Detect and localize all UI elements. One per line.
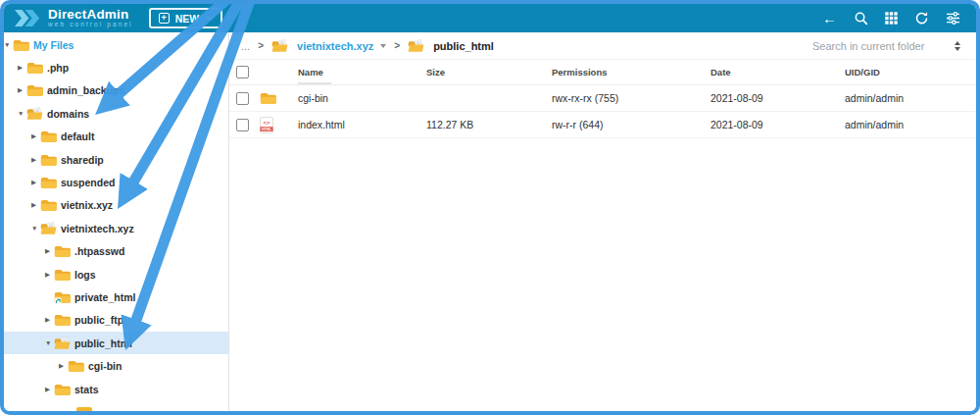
table-row-index.html[interactable]: <>HTMLindex.html112.27 KBrw-r-r (644)202…	[229, 112, 976, 138]
row-checkbox[interactable]	[236, 92, 249, 105]
new-button[interactable]: + NEW	[149, 8, 223, 28]
tree-item-label: public_html	[74, 337, 132, 349]
tree-item-logs[interactable]: ▶logs	[4, 263, 228, 285]
tree-item-stats[interactable]: ▶stats	[4, 378, 228, 400]
folder-icon	[54, 268, 71, 282]
new-button-label: NEW	[175, 13, 200, 25]
expander-closed-icon[interactable]: ▶	[45, 247, 54, 255]
cell-permissions: rwx-rx-rx (755)	[552, 92, 710, 104]
html-file-icon: <>HTML	[260, 117, 298, 133]
folder-open-icon	[40, 222, 57, 235]
file-tree: ▼My Files▶.php▶admin_backups▼domains▶def…	[4, 33, 228, 400]
expander-closed-icon[interactable]: ▶	[31, 132, 40, 140]
main-panel: ... > vietnixtech.xyz > public_html	[229, 32, 976, 411]
folder-icon	[54, 383, 71, 396]
tree-item-admin_backups[interactable]: ▶admin_backups	[4, 79, 228, 102]
search-icon[interactable]	[854, 11, 868, 26]
table-row-cgi-bin[interactable]: cgi-binrwx-rx-rx (755)2021-08-09admin/ad…	[229, 85, 976, 112]
tree-item-sharedip[interactable]: ▶sharedip	[4, 148, 228, 171]
breadcrumb-item-public_html[interactable]: public_html	[408, 39, 494, 53]
cell-date: 2021-08-09	[710, 92, 845, 104]
select-all-checkbox[interactable]	[236, 66, 249, 78]
column-header-permissions[interactable]: Permissions	[552, 67, 710, 78]
tree-item-domains[interactable]: ▼domains	[4, 102, 228, 125]
expander-open-icon[interactable]: ▼	[18, 110, 26, 117]
tree-item-label: .php	[47, 62, 69, 74]
expander-closed-icon[interactable]: ▶	[59, 362, 68, 370]
column-header-date[interactable]: Date	[710, 67, 845, 78]
expander-closed-icon[interactable]: ▶	[31, 179, 40, 186]
plus-icon: +	[159, 13, 170, 24]
expander-closed-icon[interactable]: ▶	[45, 271, 54, 279]
directadmin-logo[interactable]: DirectAdmin web control panel	[14, 8, 133, 28]
directadmin-file-manager-window: DirectAdmin web control panel + NEW ←	[0, 0, 980, 415]
column-header-uidgid[interactable]: UID/GID	[845, 67, 976, 78]
brand-name: DirectAdmin	[48, 8, 133, 21]
refresh-icon[interactable]	[914, 11, 929, 26]
tree-item-label: vietnixtech.xyz	[61, 223, 134, 234]
cell-uidgid: admin/admin	[845, 119, 976, 130]
search-input[interactable]	[810, 39, 947, 53]
tree-item-.htpasswd[interactable]: ▶.htpasswd	[4, 240, 228, 263]
column-header-size[interactable]: Size	[426, 67, 552, 78]
folder-icon	[40, 153, 57, 167]
tree-item-label: private_html	[74, 291, 135, 303]
tree-item-label: public_ftp	[74, 314, 123, 326]
tree-item-label: cgi-bin	[88, 360, 122, 372]
expander-open-icon[interactable]: ▼	[4, 41, 13, 48]
tree-item-suspended[interactable]: ▶suspended	[4, 171, 228, 193]
file-table-body: cgi-binrwx-rx-rx (755)2021-08-09admin/ad…	[229, 85, 976, 138]
tree-item-private_html[interactable]: private_html	[4, 285, 228, 308]
tree-item-default[interactable]: ▶default	[4, 126, 228, 148]
breadcrumb-label: vietnixtech.xyz	[297, 40, 373, 52]
folder-icon	[260, 91, 298, 105]
tree-item-My Files[interactable]: ▼My Files	[4, 33, 228, 56]
back-icon[interactable]: ←	[822, 11, 837, 26]
svg-text:<>: <>	[263, 119, 270, 125]
apps-grid-icon[interactable]	[885, 12, 898, 25]
tree-item-.php[interactable]: ▶.php	[4, 56, 228, 78]
directadmin-chevrons-icon	[14, 9, 41, 27]
tree-item-vietnix.xyz[interactable]: ▶vietnix.xyz	[4, 194, 228, 217]
folder-icon	[26, 61, 43, 75]
expander-closed-icon[interactable]: ▶	[45, 316, 54, 324]
chevron-down-icon[interactable]	[380, 44, 386, 48]
cell-uidgid: admin/admin	[845, 92, 976, 104]
column-header-name[interactable]: Name	[298, 67, 426, 78]
topbar-icons: ←	[822, 11, 960, 26]
tree-item-public_ftp[interactable]: ▶public_ftp	[4, 309, 228, 332]
cell-date: 2021-08-09	[710, 119, 845, 130]
breadcrumb-separator-icon: >	[394, 40, 400, 51]
tune-icon[interactable]	[946, 12, 960, 25]
breadcrumb-current-label: public_html	[433, 40, 494, 52]
tree-item-vietnixtech.xyz[interactable]: ▼vietnixtech.xyz	[4, 217, 228, 239]
expander-closed-icon[interactable]: ▶	[18, 64, 26, 72]
expander-closed-icon[interactable]: ▶	[45, 386, 54, 393]
expander-closed-icon[interactable]: ▶	[31, 201, 40, 209]
row-checkbox[interactable]	[236, 119, 249, 131]
tree-item-label: domains	[47, 108, 89, 120]
tree-item-label: suspended	[61, 177, 115, 188]
unfold-more-icon[interactable]	[955, 41, 960, 51]
tree-item-label: default	[61, 130, 94, 142]
folder-open-icon	[54, 337, 71, 350]
breadcrumb-bar: ... > vietnixtech.xyz > public_html	[229, 32, 976, 60]
tree-item-public_html[interactable]: ▼public_html	[4, 332, 228, 354]
breadcrumb-ellipsis[interactable]: ...	[241, 40, 250, 52]
clipped-folder-icon	[76, 407, 92, 411]
folder-icon	[54, 313, 71, 327]
tree-item-label: .htpasswd	[74, 245, 124, 257]
folder-icon	[40, 176, 57, 189]
breadcrumb-item-vietnixtech.xyz[interactable]: vietnixtech.xyz	[271, 39, 386, 53]
tree-item-label: My Files	[33, 39, 74, 51]
tree-item-cgi-bin[interactable]: ▶cgi-bin	[4, 354, 228, 377]
expander-open-icon[interactable]: ▼	[31, 225, 40, 232]
tree-item-label: stats	[74, 384, 99, 395]
expander-closed-icon[interactable]: ▶	[31, 156, 40, 164]
cell-name: cgi-bin	[298, 92, 426, 104]
expander-closed-icon[interactable]: ▶	[18, 86, 26, 94]
brand-tagline: web control panel	[48, 21, 133, 28]
expander-open-icon[interactable]: ▼	[45, 339, 54, 346]
folder-icon	[40, 130, 57, 143]
file-tree-sidebar: ▼My Files▶.php▶admin_backups▼domains▶def…	[4, 32, 229, 411]
